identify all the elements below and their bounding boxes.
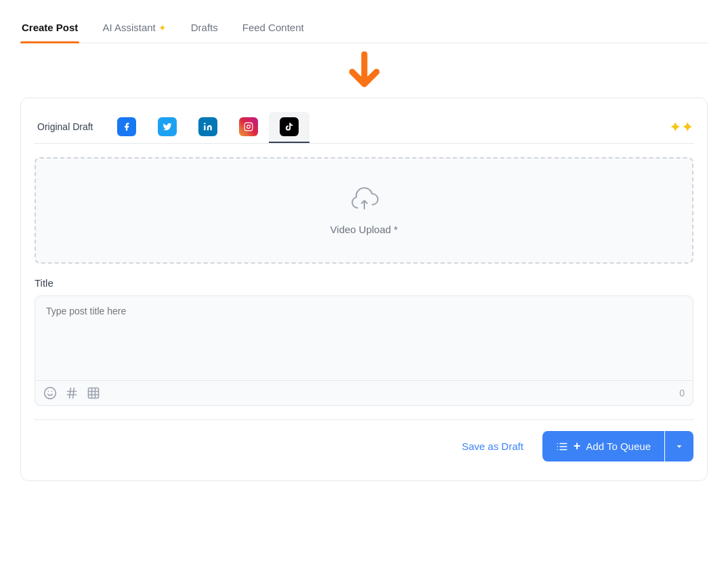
- emoji-button[interactable]: [43, 386, 57, 400]
- svg-line-9: [70, 388, 71, 398]
- action-bar: Save as Draft + Add To Queue: [35, 419, 693, 467]
- instagram-icon: [239, 117, 258, 136]
- title-section: Title: [35, 277, 693, 406]
- add-queue-icon: [556, 440, 568, 453]
- add-queue-dropdown-button[interactable]: [665, 431, 693, 462]
- save-draft-button[interactable]: Save as Draft: [451, 434, 534, 459]
- chevron-down-icon: [675, 442, 684, 451]
- svg-rect-1: [245, 123, 253, 131]
- hashtag-button[interactable]: [65, 386, 79, 400]
- cloud-upload-icon: [49, 186, 679, 216]
- social-tab-original[interactable]: Original Draft: [35, 116, 106, 139]
- svg-point-2: [247, 125, 251, 129]
- svg-point-4: [45, 388, 56, 399]
- down-arrow-icon: [345, 52, 383, 92]
- svg-rect-11: [89, 388, 99, 398]
- title-toolbar: 0: [35, 380, 693, 405]
- title-input[interactable]: [35, 296, 693, 377]
- svg-point-3: [251, 124, 251, 125]
- social-tab-facebook[interactable]: [106, 112, 147, 143]
- tab-ai-assistant[interactable]: AI Assistant ✦: [101, 14, 167, 43]
- ai-sparkle-button[interactable]: ✦✦: [669, 119, 693, 136]
- tab-drafts[interactable]: Drafts: [190, 14, 219, 43]
- title-label: Title: [35, 277, 693, 289]
- video-upload-area[interactable]: Video Upload *: [35, 157, 693, 264]
- social-platform-tabs: Original Draft: [35, 112, 693, 144]
- arrow-indicator: [20, 43, 708, 98]
- title-input-container: 0: [35, 295, 693, 406]
- twitter-icon: [158, 117, 177, 136]
- char-count: 0: [679, 388, 685, 398]
- social-tab-tiktok[interactable]: [269, 112, 309, 143]
- social-tab-twitter[interactable]: [147, 112, 188, 143]
- facebook-icon: [117, 117, 136, 136]
- linkedin-icon: [198, 117, 217, 136]
- social-tab-linkedin[interactable]: [188, 112, 228, 143]
- add-to-queue-button[interactable]: + Add To Queue: [542, 431, 664, 462]
- svg-line-10: [73, 388, 74, 398]
- social-tab-instagram[interactable]: [228, 112, 269, 143]
- main-card: Original Draft: [20, 98, 708, 481]
- top-nav-tabs: Create Post AI Assistant ✦ Drafts Feed C…: [20, 14, 708, 43]
- tiktok-icon: [280, 117, 299, 136]
- tab-feed-content[interactable]: Feed Content: [241, 14, 305, 43]
- tab-create-post[interactable]: Create Post: [20, 14, 79, 43]
- add-to-queue-group: + Add To Queue: [542, 431, 693, 462]
- add-icon: +: [574, 439, 581, 453]
- upload-label: Video Upload *: [49, 224, 679, 235]
- svg-point-0: [205, 123, 206, 124]
- sparkle-icon: ✦: [158, 22, 167, 33]
- table-button[interactable]: [87, 386, 100, 400]
